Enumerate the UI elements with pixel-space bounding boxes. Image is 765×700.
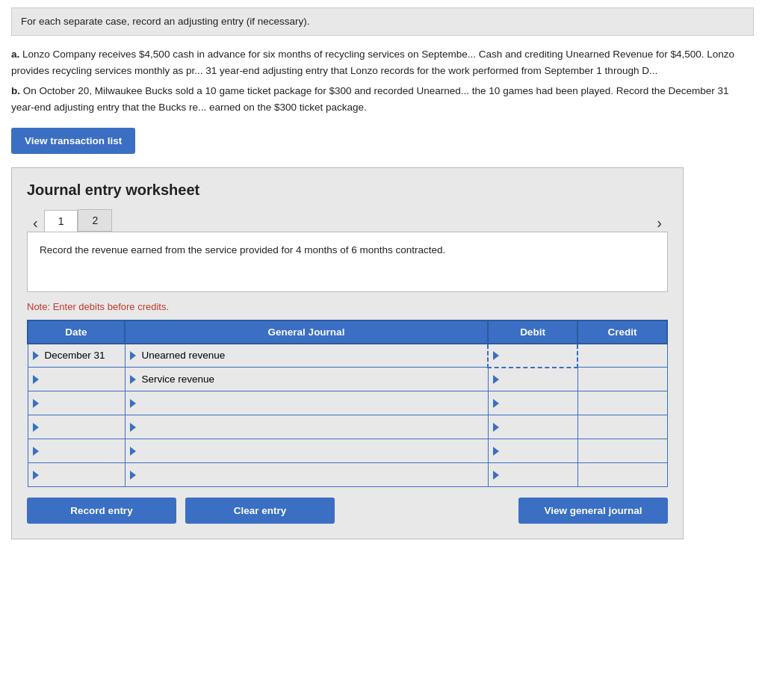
col-header-credit: Credit (577, 320, 667, 344)
tab-row: ‹ 1 2 › (27, 209, 668, 232)
date-input-3[interactable] (39, 391, 125, 415)
gj-indicator-5 (130, 447, 136, 456)
problem-b-label: b. (11, 85, 23, 96)
worksheet-container: Journal entry worksheet ‹ 1 2 › Record t… (11, 167, 684, 540)
debit-cell-3 (488, 391, 577, 415)
intro-box: For each separate case, record an adjust… (11, 7, 754, 36)
table-row (28, 391, 667, 415)
record-entry-button[interactable]: Record entry (27, 498, 176, 524)
debit-input-1[interactable] (499, 344, 577, 367)
problem-b: b. On October 20, Milwaukee Bucks sold a… (11, 83, 754, 115)
prev-tab-button[interactable]: ‹ (27, 214, 44, 232)
credit-input-5[interactable] (578, 439, 667, 462)
credit-input-2[interactable] (578, 368, 667, 391)
gj-indicator-2 (130, 375, 136, 384)
credit-input-1[interactable] (578, 344, 667, 368)
date-cell-6 (28, 463, 125, 487)
debit-input-2[interactable] (499, 368, 577, 391)
general-journal-input-2[interactable] (136, 368, 488, 391)
debit-indicator-4 (493, 423, 499, 432)
general-journal-input-5[interactable] (136, 439, 488, 462)
debit-cell-6 (488, 463, 577, 487)
btn-spacer (344, 498, 510, 524)
table-row (28, 415, 667, 439)
problem-b-text: On October 20, Milwaukee Bucks sold a 10… (11, 85, 729, 113)
debit-indicator-3 (493, 399, 499, 408)
debit-input-3[interactable] (499, 391, 577, 415)
date-input-2[interactable] (39, 368, 125, 391)
date-input-1[interactable] (39, 344, 125, 368)
credit-cell-3 (577, 391, 667, 415)
description-box: Record the revenue earned from the servi… (27, 232, 668, 292)
worksheet-title: Journal entry worksheet (27, 182, 668, 199)
debit-cell-5 (488, 439, 577, 463)
next-tab-button[interactable]: › (651, 214, 668, 232)
col-header-date: Date (28, 320, 125, 344)
row-indicator-1 (33, 351, 39, 360)
debit-cell-1 (488, 344, 577, 368)
col-header-general: General Journal (125, 320, 488, 344)
row-indicator-2 (33, 375, 39, 384)
table-row (28, 439, 667, 463)
debit-cell-2 (488, 368, 577, 391)
general-journal-input-4[interactable] (136, 415, 488, 439)
table-row (28, 463, 667, 487)
problem-a: a. Lonzo Company receives $4,500 cash in… (11, 46, 754, 78)
general-journal-input-6[interactable] (136, 463, 488, 486)
general-journal-cell-1 (125, 344, 488, 368)
credit-cell-1 (577, 344, 667, 368)
general-journal-cell-3 (125, 391, 488, 415)
clear-entry-button[interactable]: Clear entry (185, 498, 335, 524)
debit-indicator-1 (493, 351, 499, 360)
debit-input-5[interactable] (499, 439, 577, 462)
problem-a-text: Lonzo Company receives $4,500 cash in ad… (11, 49, 734, 76)
gj-indicator-3 (130, 399, 136, 408)
general-journal-cell-4 (125, 415, 488, 439)
journal-table: Date General Journal Debit Credit (27, 320, 668, 488)
debit-indicator-6 (493, 471, 499, 480)
gj-indicator-4 (130, 423, 136, 432)
table-row (28, 368, 667, 391)
row-indicator-4 (33, 423, 39, 432)
problem-text: a. Lonzo Company receives $4,500 cash in… (11, 46, 754, 115)
credit-cell-4 (577, 415, 667, 439)
credit-cell-5 (577, 439, 667, 463)
intro-text: For each separate case, record an adjust… (21, 16, 309, 27)
general-journal-cell-6 (125, 463, 488, 487)
tab-2[interactable]: 2 (78, 209, 112, 232)
tab-1[interactable]: 1 (44, 210, 78, 232)
debit-input-6[interactable] (499, 463, 577, 486)
credit-input-3[interactable] (578, 391, 667, 415)
date-input-5[interactable] (39, 439, 125, 462)
view-transaction-button[interactable]: View transaction list (11, 128, 135, 154)
debit-cell-4 (488, 415, 577, 439)
date-cell-1 (28, 344, 125, 368)
credit-cell-6 (577, 463, 667, 487)
row-indicator-6 (33, 471, 39, 480)
general-journal-cell-2 (125, 368, 488, 391)
col-header-debit: Debit (488, 320, 577, 344)
date-cell-3 (28, 391, 125, 415)
general-journal-input-1[interactable] (136, 344, 488, 368)
view-general-journal-button[interactable]: View general journal (518, 498, 668, 524)
table-row (28, 344, 667, 368)
general-journal-cell-5 (125, 439, 488, 463)
date-input-4[interactable] (39, 415, 125, 439)
row-indicator-5 (33, 447, 39, 456)
debit-indicator-5 (493, 447, 499, 456)
credit-input-4[interactable] (578, 415, 667, 439)
date-input-6[interactable] (39, 463, 125, 486)
bottom-buttons: Record entry Clear entry View general jo… (27, 498, 668, 524)
credit-input-6[interactable] (578, 463, 667, 486)
date-cell-2 (28, 368, 125, 391)
date-cell-5 (28, 439, 125, 463)
gj-indicator-6 (130, 471, 136, 480)
credit-cell-2 (577, 368, 667, 391)
general-journal-input-3[interactable] (136, 391, 488, 415)
description-text: Record the revenue earned from the servi… (40, 244, 445, 255)
debit-indicator-2 (493, 375, 499, 384)
debit-input-4[interactable] (499, 415, 577, 439)
gj-indicator-1 (130, 351, 136, 360)
date-cell-4 (28, 415, 125, 439)
problem-a-label: a. (11, 49, 22, 60)
